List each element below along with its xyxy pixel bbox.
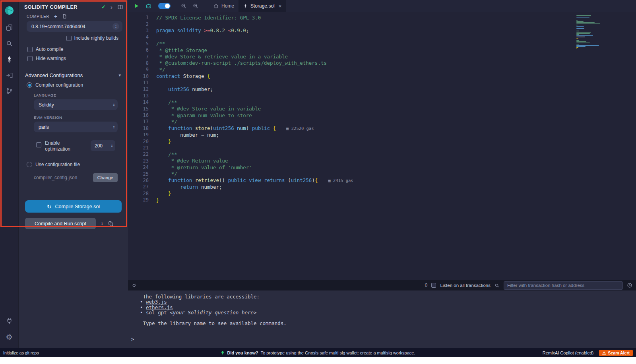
code-line[interactable]: 13	[128, 93, 353, 99]
zoom-in-button[interactable]	[190, 0, 202, 12]
code-line[interactable]: 7 * @dev Store & retrieve value in a var…	[128, 53, 353, 60]
tab-storage-sol[interactable]: Storage.sol ×	[239, 0, 286, 12]
git-init-status[interactable]: Initialize as git repo	[3, 350, 39, 355]
run-script-button[interactable]	[130, 0, 142, 12]
code-line[interactable]: 17 */	[128, 118, 353, 125]
gas-estimate-badge[interactable]: ▦ 22520 gas	[286, 126, 314, 131]
code-line[interactable]: 27 return number;	[128, 184, 353, 190]
code-line[interactable]: 28 }	[128, 190, 353, 197]
minimap-line	[576, 48, 577, 49]
pin-panel-icon[interactable]	[117, 4, 123, 10]
git-icon[interactable]	[0, 83, 18, 99]
close-tab-icon[interactable]: ×	[279, 3, 282, 9]
advanced-configurations-title: Advanced Configurations	[25, 72, 118, 78]
compile-and-run-button[interactable]: Compile and Run script	[25, 218, 96, 229]
plugin-manager-icon[interactable]	[0, 313, 18, 329]
compile-button[interactable]: ↻ Compile Storage.sol	[25, 200, 122, 213]
include-nightly-checkbox[interactable]	[66, 36, 72, 41]
gas-estimate-badge[interactable]: ▦ 2415 gas	[328, 178, 353, 183]
terminal-search-icon[interactable]	[494, 283, 500, 288]
info-icon[interactable]: i	[101, 221, 103, 227]
chevron-right-icon[interactable]: ›	[111, 4, 112, 10]
expand-terminal-icon[interactable]	[132, 283, 137, 288]
code-line[interactable]: 29}	[128, 197, 353, 203]
tab-home[interactable]: Home	[209, 0, 239, 12]
settings-gear-icon[interactable]: ⚙	[0, 329, 18, 345]
minimap-line	[576, 46, 586, 47]
copy-icon[interactable]	[108, 221, 114, 227]
code-line[interactable]: 14 /**	[128, 99, 353, 105]
auto-compile-checkbox[interactable]	[27, 47, 33, 52]
minimap-line	[576, 31, 579, 31]
optimization-runs-input[interactable]	[91, 143, 111, 149]
auto-compile-row: Auto compile	[19, 46, 128, 52]
line-number: 2	[128, 21, 149, 27]
load-compiler-file-icon[interactable]	[62, 14, 67, 19]
copilot-status[interactable]: RemixAI Copilot (enabled)	[543, 350, 593, 355]
evm-version-label: EVM VERSION	[19, 115, 128, 120]
transaction-filter-input[interactable]	[504, 281, 623, 290]
advanced-configurations-header[interactable]: Advanced Configurations ▾	[19, 72, 128, 78]
evm-select-caret-icon: ▴▾	[113, 125, 114, 129]
terminal-line: The following libraries are accessible:	[128, 294, 636, 299]
code-line[interactable]: 26 function retrieve() public view retur…	[128, 177, 353, 184]
copilot-toggle[interactable]	[158, 3, 171, 9]
add-compiler-icon[interactable]: +	[54, 14, 57, 19]
code-line[interactable]: 3pragma solidity >=0.8.2 <0.9.0;	[128, 27, 353, 34]
listen-transactions-checkbox[interactable]	[431, 283, 436, 288]
change-config-button[interactable]: Change	[93, 173, 118, 182]
tip-title: Did you know?	[227, 350, 258, 355]
line-number: 19	[128, 132, 149, 137]
code-line[interactable]: 8 * @custom:dev-run-script ./scripts/dep…	[128, 60, 353, 66]
terminal[interactable]: The following libraries are accessible:•…	[128, 290, 636, 348]
code-line[interactable]: 16 * @param num value to store	[128, 112, 353, 118]
code-line[interactable]: 11	[128, 79, 353, 86]
code-line[interactable]: 23 * @dev Return value	[128, 158, 353, 164]
pending-transactions-icon[interactable]	[627, 283, 632, 288]
search-icon[interactable]	[0, 35, 18, 51]
evm-version-select[interactable]: paris ▴▾	[34, 122, 118, 132]
code-line[interactable]: 6 * @title Storage	[128, 47, 353, 53]
zoom-out-button[interactable]	[178, 0, 190, 12]
line-number: 21	[128, 145, 149, 151]
ai-assistant-icon[interactable]	[142, 0, 155, 12]
scam-alert-badge[interactable]: ⚠ Scam Alert	[599, 350, 633, 356]
code-line[interactable]: 18 function store(uint256 num) public {▦…	[128, 125, 353, 132]
code-line[interactable]: 15 * @dev Store value in variable	[128, 105, 353, 112]
code-line[interactable]: 1// SPDX-License-Identifier: GPL-3.0	[128, 14, 353, 21]
code-line[interactable]: 24 * @return value of 'number'	[128, 164, 353, 170]
code-line[interactable]: 19 number = num;	[128, 132, 353, 138]
code-line[interactable]: 22 /**	[128, 151, 353, 157]
language-select[interactable]: Solidity ▴▾	[34, 99, 118, 110]
line-number: 9	[128, 67, 149, 72]
runs-stepper-icon[interactable]: ▴▾	[111, 144, 112, 148]
code-line[interactable]: 25 */	[128, 170, 353, 177]
code-line[interactable]: 2	[128, 21, 353, 27]
hide-warnings-checkbox[interactable]	[27, 56, 33, 61]
deploy-run-icon[interactable]	[0, 67, 18, 83]
code-line[interactable]: 5/**	[128, 41, 353, 47]
terminal-lines: The following libraries are accessible:•…	[128, 294, 636, 342]
code-lines: 1// SPDX-License-Identifier: GPL-3.023pr…	[128, 14, 353, 203]
code-editor[interactable]: 1// SPDX-License-Identifier: GPL-3.023pr…	[128, 12, 636, 280]
line-number: 6	[128, 47, 149, 53]
code-line[interactable]: 4	[128, 34, 353, 40]
minimap-line	[576, 28, 584, 29]
compiler-version-select[interactable]: 0.8.19+commit.7dd6d404 ▴▾	[27, 21, 122, 32]
code-line[interactable]: 9 */	[128, 66, 353, 73]
enable-optimization-checkbox[interactable]	[36, 142, 41, 147]
code-line[interactable]: 21	[128, 145, 353, 151]
compiler-section-header: COMPILER +	[19, 12, 128, 19]
file-explorer-icon[interactable]	[0, 19, 18, 35]
terminal-line: • web3.js	[128, 299, 636, 304]
compiler-configuration-radio[interactable]	[27, 82, 32, 88]
code-text: * @title Storage	[149, 47, 207, 53]
code-line[interactable]: 20 }	[128, 138, 353, 144]
code-minimap[interactable]	[576, 15, 603, 50]
solidity-compiler-icon[interactable]	[0, 51, 18, 67]
remix-logo[interactable]	[0, 1, 18, 19]
code-text: * @custom:dev-run-script ./scripts/deplo…	[149, 60, 327, 66]
code-line[interactable]: 10contract Storage {	[128, 73, 353, 79]
code-line[interactable]: 12 uint256 number;	[128, 86, 353, 92]
use-configuration-file-radio[interactable]	[27, 162, 32, 167]
